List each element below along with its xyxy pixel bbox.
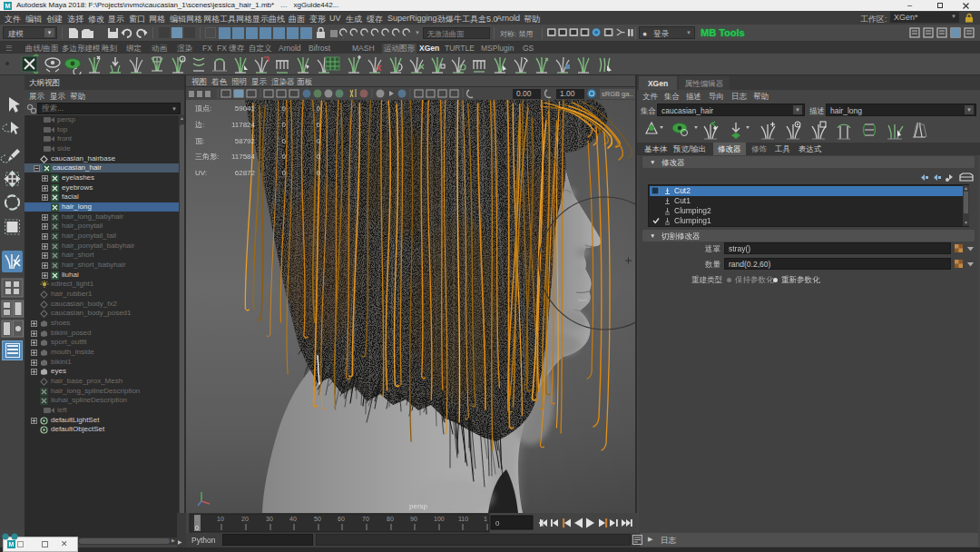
svg-text:90: 90	[410, 516, 417, 522]
svg-text:40: 40	[289, 516, 297, 522]
svg-text:80: 80	[387, 516, 394, 522]
svg-text:0.00: 0.00	[516, 89, 532, 98]
svg-text:sRGB ga..: sRGB ga..	[602, 90, 633, 98]
svg-text:117824: 117824	[231, 121, 256, 129]
svg-text:0: 0	[282, 121, 287, 129]
svg-text:边:: 边:	[195, 121, 204, 129]
svg-text:0: 0	[317, 137, 321, 145]
svg-text:117584: 117584	[231, 153, 256, 161]
svg-text:1: 1	[484, 516, 487, 522]
svg-text:0: 0	[282, 137, 287, 145]
svg-text:三角形:: 三角形:	[195, 153, 219, 161]
svg-text:62872: 62872	[235, 169, 256, 177]
svg-text:110: 110	[458, 516, 468, 522]
svg-text:0: 0	[282, 104, 287, 113]
svg-text:0: 0	[282, 153, 287, 161]
svg-text:0: 0	[317, 169, 321, 177]
svg-text:0: 0	[195, 525, 199, 531]
svg-text:100: 100	[434, 516, 445, 522]
svg-text:0: 0	[317, 104, 321, 113]
svg-text:0: 0	[317, 153, 321, 161]
svg-text:0: 0	[282, 169, 287, 177]
svg-text:10: 10	[217, 516, 224, 522]
svg-text:顶点:: 顶点:	[194, 104, 211, 113]
svg-text:0: 0	[317, 121, 321, 129]
svg-text:50: 50	[314, 516, 321, 522]
svg-text:UV:: UV:	[195, 169, 207, 177]
svg-text:面:: 面:	[195, 137, 204, 145]
svg-text:30: 30	[266, 516, 273, 522]
svg-text:20: 20	[241, 516, 249, 522]
svg-text:59041: 59041	[235, 104, 256, 113]
svg-text:persp: persp	[409, 502, 428, 510]
svg-text:0: 0	[495, 519, 500, 527]
svg-text:70: 70	[362, 516, 369, 522]
svg-text:60: 60	[338, 516, 345, 522]
svg-text:1.00: 1.00	[560, 89, 575, 98]
svg-text:58792: 58792	[235, 137, 256, 145]
